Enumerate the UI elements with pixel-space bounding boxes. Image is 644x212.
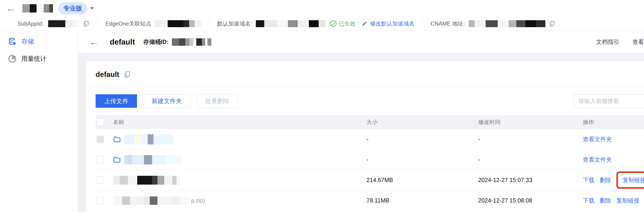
file-name-redacted [124,155,182,164]
row-checkbox[interactable] [97,156,104,163]
upload-file-button[interactable]: 上传文件 [96,94,137,108]
row-checkbox-cell [96,136,113,143]
header-checkbox-cell [96,119,113,126]
modified-time: 2024-12-27 15:07:33 [478,177,583,184]
file-table: 名称 大小 修改时间 操作 --查看文件夹--查看文件夹214.67MB2024… [96,115,644,211]
row-checkbox[interactable] [97,197,104,204]
subappid-label: SubAppId: [18,20,44,27]
version-badge: 专业版 [58,2,87,14]
modified-time: 2024-12-27 15:08:08 [478,197,583,204]
pie-chart-icon [8,54,17,63]
column-header-size: 大小 [366,118,478,126]
file-name-cell [113,176,366,185]
action-link[interactable]: 复制链接 [616,197,640,204]
sidebar: 存储 用量统计 [0,31,78,212]
sidebar-item-label: 存储 [22,37,34,46]
row-checkbox[interactable] [97,136,104,143]
file-size: 78.11MB [366,197,478,204]
select-all-checkbox[interactable] [97,119,104,126]
domain-value-redacted [256,20,326,27]
content-area: ← default 存储桶ID: 文档指引 查看 default 上传文件 [78,31,644,212]
edgeone-group: EdgeOne关联站点 [105,20,201,27]
folder-icon [113,156,121,164]
doc-guide-link[interactable]: 文档指引 [596,38,619,46]
batch-delete-button[interactable]: 批量删除 [196,94,238,108]
divider [422,20,422,27]
sidebar-item-usage[interactable]: 用量统计 [0,51,78,66]
search-box [574,94,644,108]
check-circle-icon [330,20,337,27]
table-body: --查看文件夹--查看文件夹214.67MB2024-12-27 15:07:3… [96,129,644,211]
bucket-name: default [96,70,119,79]
back-icon[interactable]: ← [89,37,98,47]
table-row: --查看文件夹 [96,129,644,150]
file-name-cell[interactable] [113,155,366,164]
cname-label: CNAME 地址: [430,20,465,27]
action-link[interactable]: 删除 [600,197,611,204]
bucket-id-label: 存储桶ID: [143,38,168,46]
subappid-value-redacted [48,20,80,27]
file-name-tail: p.zip) [191,197,205,204]
copy-icon[interactable] [83,20,89,27]
sidebar-item-label: 用量统计 [22,55,46,63]
toolbar: 上传文件 新建文件夹 批量删除 [96,94,644,108]
modify-domain-link[interactable]: 修改默认加速域名 [362,20,414,27]
action-link[interactable]: 下载 [583,176,594,184]
edgeone-value-redacted [155,20,201,27]
info-bar: SubAppId: EdgeOne关联站点 默认加速域名: 已生效 [0,17,644,31]
action-link[interactable]: 查看文件夹 [583,135,612,143]
domain-group: 默认加速域名: 已生效 修改默认加速域名 [217,20,415,27]
action-link[interactable]: 复制链接 [622,177,644,183]
divider [209,20,209,27]
edgeone-label: EdgeOne关联站点 [105,20,151,27]
annotation-highlight-box: 复制链接 [616,171,644,189]
status-badge: 已生效 [330,20,355,27]
table-row: p.zip)78.11MB2024-12-27 15:08:08下载删除复制链接 [96,191,644,211]
action-link[interactable]: 下载 [583,197,594,204]
row-checkbox-cell [96,156,113,163]
card-title-row: default [86,61,644,79]
file-name-redacted [124,134,173,144]
row-actions: 查看文件夹 [583,156,644,164]
doc-view-link[interactable]: 查看 [632,38,644,46]
action-link[interactable]: 查看文件夹 [583,156,612,164]
modified-time: - [478,156,583,163]
prefix-search-input[interactable] [574,94,644,108]
row-actions: 下载删除复制链接 [583,175,644,186]
folder-icon [113,135,121,143]
action-link[interactable]: 删除 [600,176,611,184]
file-name-cell: p.zip) [113,197,366,205]
new-folder-button[interactable]: 新建文件夹 [143,94,190,108]
content-header: ← default 存储桶ID: 文档指引 查看 [78,31,644,53]
divider [97,20,98,27]
bucket-id-redacted [172,38,212,46]
table-header-row: 名称 大小 修改时间 操作 [96,115,644,129]
row-actions: 查看文件夹 [583,135,644,143]
chevron-down-icon[interactable] [90,7,94,10]
domain-label: 默认加速域名: [217,20,252,27]
pencil-icon [362,21,368,27]
column-header-modified: 修改时间 [478,118,583,126]
file-name-cell[interactable] [113,134,366,144]
column-header-actions: 操作 [583,118,644,126]
back-icon[interactable]: ← [6,4,15,13]
app-title-redacted [22,4,53,12]
app-window: ← 专业版 SubAppId: EdgeOne关联站点 默认加速域名: [0,0,644,212]
file-size: 214.67MB [366,177,478,184]
row-checkbox-cell [96,177,113,184]
cname-group: CNAME 地址: [430,20,555,27]
row-checkbox[interactable] [97,177,104,184]
file-name-redacted [113,197,190,205]
sidebar-item-storage[interactable]: 存储 [0,34,78,49]
page-title: default [110,38,135,46]
row-checkbox-cell [96,197,113,204]
copy-icon[interactable] [549,20,555,27]
doc-links: 文档指引 查看 [596,38,644,46]
copy-icon[interactable] [124,71,131,78]
database-icon [8,37,17,46]
subappid-group: SubAppId: [18,20,89,27]
row-actions: 下载删除复制链接 [583,197,644,204]
cname-value-redacted [469,20,546,27]
file-size: - [366,136,478,143]
file-name-redacted [113,176,180,185]
